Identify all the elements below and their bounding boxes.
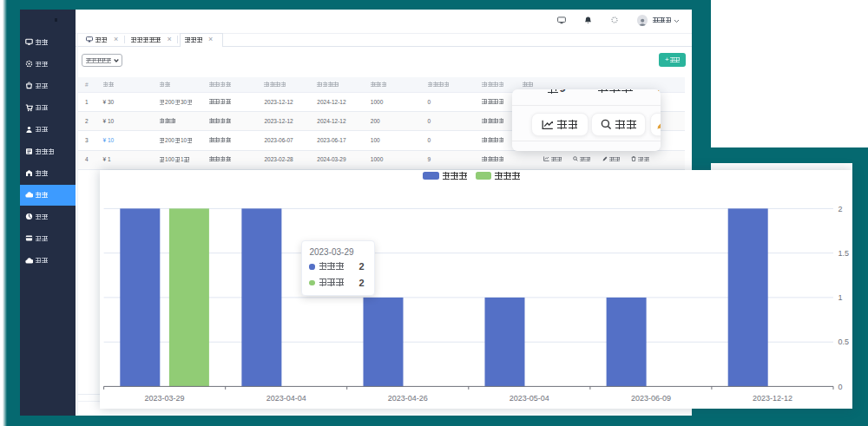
svg-text:2023-05-04: 2023-05-04 [510,393,549,402]
svg-text:1: 1 [838,293,843,302]
svg-text:0.5: 0.5 [838,338,850,346]
svg-text:2023-04-04: 2023-04-04 [266,393,306,402]
svg-text:0: 0 [838,382,843,390]
svg-text:2023-06-09: 2023-06-09 [631,393,671,402]
svg-text:2: 2 [838,204,843,213]
svg-text:2023-04-26: 2023-04-26 [388,393,428,402]
svg-text:1.5: 1.5 [838,248,850,257]
svg-text:2023-03-29: 2023-03-29 [145,393,185,402]
svg-text:2023-12-12: 2023-12-12 [753,393,792,402]
